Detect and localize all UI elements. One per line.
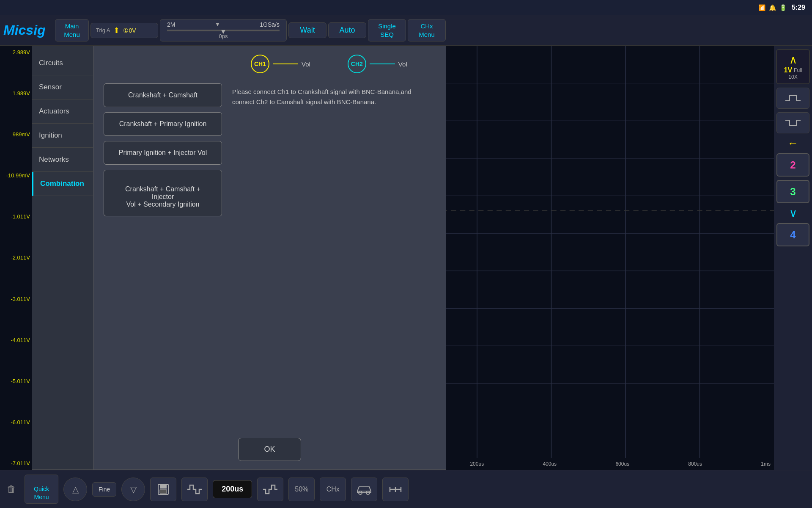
measure-icon-button[interactable] — [382, 478, 409, 501]
trig-label: Trig A — [96, 27, 110, 33]
trig-section: Trig A ⬆ ①0V — [91, 23, 158, 38]
crankshaft-camshaft-injector-button[interactable]: Crankshaft + Camshaft + Injector Vol + S… — [104, 170, 222, 216]
y-axis: 2.989V 1.989V 989mV -10.99mV -1.011V -2.… — [0, 46, 32, 470]
timebase-marker: ▼ — [220, 28, 227, 36]
wave-down-button[interactable] — [776, 112, 809, 133]
trig-edge-icon: ⬆ — [113, 26, 120, 35]
timebase-bar: ▼ — [167, 30, 280, 31]
logo: Micsig — [3, 22, 50, 38]
status-time: 5:29 — [792, 4, 805, 11]
down-arrow-button[interactable]: ▽ — [121, 478, 145, 501]
x-label-6: 200us — [470, 461, 484, 467]
y-label-2: 989mV — [2, 131, 30, 138]
up-arrow-button[interactable]: △ — [63, 478, 87, 501]
sidebar-item-circuits[interactable]: Circuits — [32, 51, 93, 75]
percent-display[interactable]: 50% — [288, 478, 315, 501]
ch3-button[interactable]: 3 — [776, 180, 809, 203]
y-label-0: 2.989V — [2, 49, 30, 55]
car-icon-button[interactable] — [351, 478, 377, 501]
wave-measure-button2[interactable] — [257, 478, 283, 501]
y-label-1: 1.989V — [2, 90, 30, 97]
sidebar-item-combination[interactable]: Combination — [32, 172, 93, 196]
y-label-7: -4.011V — [2, 337, 30, 343]
ch2-indicator-modal: CH2 Vol — [348, 55, 407, 73]
sidebar-item-ignition[interactable]: Ignition — [32, 124, 93, 148]
auto-button[interactable]: Auto — [328, 22, 366, 38]
ch2-label: 2 — [790, 159, 796, 171]
down-arrow-icon: ▽ — [130, 484, 137, 494]
ch1-mode: Full — [794, 67, 802, 73]
trig-value: ①0V — [123, 27, 136, 34]
ch2-line — [370, 64, 395, 64]
right-arrow-icon[interactable]: ← — [787, 137, 798, 150]
x-label-8: 600us — [615, 461, 629, 467]
ch4-button[interactable]: 4 — [776, 223, 809, 246]
chx-button[interactable]: CHx — [320, 478, 346, 501]
ch4-label: 4 — [790, 229, 796, 241]
time-display[interactable]: 200us — [213, 480, 252, 498]
ch2-circle: CH2 — [348, 55, 366, 73]
chx-label: CHx — [326, 486, 340, 493]
status-bar: 📶 🔔 🔋 5:29 — [0, 0, 812, 15]
ch1-voltage: 1V — [784, 66, 793, 74]
svg-rect-23 — [160, 489, 167, 494]
sidebar-item-networks[interactable]: Networks — [32, 148, 93, 172]
wifi-icon: 📶 — [758, 4, 765, 11]
timebase-scale: 2M — [167, 21, 175, 28]
x-label-7: 400us — [543, 461, 557, 467]
status-icons: 📶 🔔 🔋 — [758, 4, 787, 11]
percent-label: 50% — [295, 486, 308, 493]
ch3-label: 3 — [790, 186, 796, 198]
y-label-5: -2.011V — [2, 254, 30, 261]
content-row: Crankshaft + Camshaft Crankshaft + Prima… — [104, 83, 436, 216]
bottom-toolbar: 🗑 Quick Menu △ Fine ▽ 200us 50% CHx — [0, 470, 812, 508]
x-label-9: 800us — [688, 461, 702, 467]
quick-menu-button[interactable]: Quick Menu — [25, 475, 58, 504]
wait-button[interactable]: Wait — [288, 22, 326, 38]
y-label-4: -1.011V — [2, 213, 30, 220]
up-arrow-icon: △ — [72, 484, 79, 494]
info-col: Please connect Ch1 to Crankshaft signal … — [232, 83, 436, 216]
y-label-10: -7.011V — [2, 460, 30, 467]
right-panel: ∧ 1V Full 10X ← 2 3 ∨ 4 — [774, 46, 812, 470]
modal-sidebar: Circuits Sensor Actuators Ignition Netwo… — [32, 46, 93, 469]
notification-icon: 🔔 — [769, 4, 776, 11]
single-seq-button[interactable]: Single SEQ — [368, 19, 406, 41]
wave-measure-button1[interactable] — [181, 478, 208, 501]
ch1-circle: CH1 — [251, 55, 269, 73]
chevron-down-icon[interactable]: ∨ — [789, 207, 797, 220]
y-label-3: -10.99mV — [2, 172, 30, 179]
save-button[interactable] — [150, 478, 176, 501]
main-menu-button[interactable]: Main Menu — [55, 19, 89, 41]
y-label-8: -5.011V — [2, 378, 30, 384]
y-label-9: -6.011V — [2, 419, 30, 425]
ch1-wave-icon: ∧ — [789, 53, 797, 66]
wave-up-button[interactable] — [776, 88, 809, 109]
primary-ignition-injector-button[interactable]: Primary Ignition + Injector Vol — [104, 141, 222, 165]
ch2-button[interactable]: 2 — [776, 153, 809, 177]
sidebar-item-sensor[interactable]: Sensor — [32, 75, 93, 99]
chx-menu-button[interactable]: CHx Menu — [408, 19, 446, 41]
ch1-indicator: ∧ 1V Full 10X — [776, 49, 810, 84]
y-label-6: -3.011V — [2, 296, 30, 302]
ok-button[interactable]: OK — [238, 438, 301, 461]
fine-button[interactable]: Fine — [92, 482, 116, 497]
ch2-vol-text: Vol — [398, 61, 407, 68]
ch1-line — [273, 64, 298, 64]
ch1-vol-text: Vol — [302, 61, 310, 68]
timebase-section: 2M ▼ 1GSa/s ▼ 0ps — [160, 19, 287, 41]
svg-rect-22 — [160, 484, 167, 489]
crankshaft-camshaft-button[interactable]: Crankshaft + Camshaft — [104, 83, 222, 107]
modal-content-area: CH1 Vol CH2 Vol Crankshaft + Camshaft — [93, 46, 446, 469]
ch1-indicator-modal: CH1 Vol — [251, 55, 310, 73]
sidebar-item-actuators[interactable]: Actuators — [32, 99, 93, 124]
x-label-10: 1ms — [761, 461, 771, 467]
info-text: Please connect Ch1 to Crankshaft signal … — [232, 87, 427, 107]
circuit-buttons-col: Crankshaft + Camshaft Crankshaft + Prima… — [104, 83, 222, 216]
ch1-multiplier: 10X — [788, 74, 797, 80]
crankshaft-primary-ignition-button[interactable]: Crankshaft + Primary Ignition — [104, 112, 222, 136]
toolbar: Micsig Main Menu Trig A ⬆ ①0V 2M ▼ 1GSa/… — [0, 15, 812, 46]
trash-icon: 🗑 — [7, 484, 16, 495]
battery-icon: 🔋 — [779, 4, 787, 11]
timebase-samplerate: 1GSa/s — [260, 21, 280, 28]
